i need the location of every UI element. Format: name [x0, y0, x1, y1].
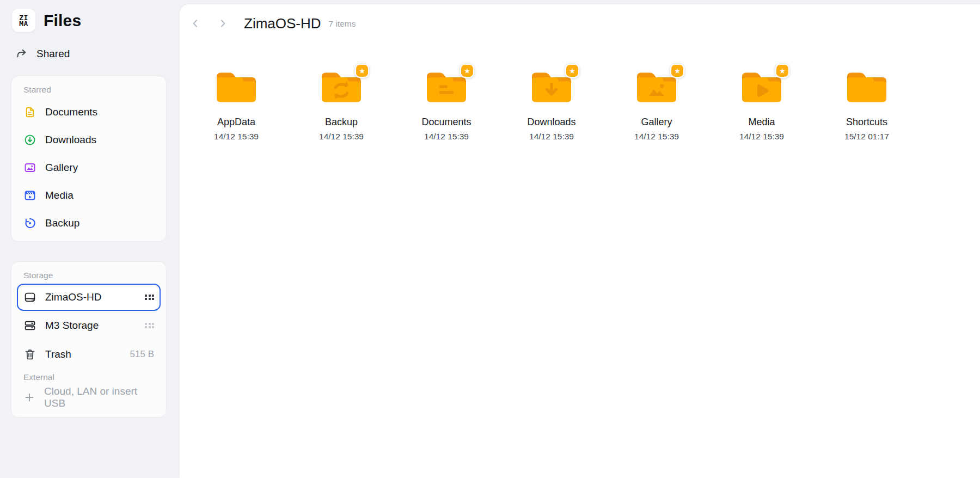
trash-label: Trash	[45, 348, 71, 360]
folder-date: 15/12 01:17	[844, 132, 889, 142]
folder-date: 14/12 15:39	[529, 132, 574, 142]
folder-date: 14/12 15:39	[634, 132, 679, 142]
apps-grid-icon[interactable]	[145, 323, 154, 329]
device-label: M3 Storage	[45, 320, 99, 332]
folder-tile-downloads[interactable]: ★ Downloads 14/12 15:39	[513, 70, 590, 142]
sidebar-item-documents[interactable]: Documents	[19, 98, 158, 126]
app-title: Files	[44, 11, 81, 30]
sidebar: ZI MA Files Shared Starred Documents Dow…	[0, 0, 180, 478]
sidebar-item-backup[interactable]: Backup	[19, 209, 158, 237]
add-external-button[interactable]: Cloud, LAN or insert USB	[19, 385, 158, 409]
download-circle-icon	[23, 133, 36, 146]
folder-name: Gallery	[641, 117, 672, 128]
gallery-icon	[23, 161, 36, 174]
folder-date: 14/12 15:39	[319, 132, 364, 142]
folder-icon-wrap	[845, 70, 889, 105]
folder-icon-wrap	[215, 70, 258, 105]
star-badge-icon: ★	[565, 64, 579, 78]
storage-section-label: Storage	[23, 271, 158, 280]
app-brand: ZI MA Files	[11, 9, 167, 32]
sidebar-item-label: Gallery	[45, 162, 78, 174]
chevron-left-icon	[189, 17, 201, 29]
sidebar-item-downloads[interactable]: Downloads	[19, 126, 158, 154]
forward-button[interactable]	[213, 14, 232, 33]
folder-name: Documents	[421, 117, 471, 128]
folder-grid: AppData 14/12 15:39 ★ Backup 14/12 15:39…	[198, 70, 980, 142]
folder-tile-documents[interactable]: ★ Documents 14/12 15:39	[408, 70, 485, 142]
storage-device-m3-storage[interactable]: M3 Storage	[17, 312, 161, 339]
sidebar-item-label: Media	[45, 189, 74, 201]
trash-icon	[23, 348, 36, 361]
starred-section-label: Starred	[23, 85, 158, 95]
star-badge-icon: ★	[775, 64, 789, 78]
folder-name: AppData	[217, 117, 255, 128]
folder-tile-shortcuts[interactable]: Shortcuts 15/12 01:17	[829, 70, 905, 142]
back-button[interactable]	[186, 14, 205, 33]
starred-list: Documents Downloads Gallery Media Backup	[19, 98, 158, 237]
zima-logo-icon: ZI MA	[12, 9, 35, 32]
sidebar-item-label: Backup	[45, 217, 79, 229]
starred-card: Starred Documents Downloads Gallery Medi…	[11, 76, 167, 242]
folder-icon	[215, 70, 258, 105]
device-list: ZimaOS-HD M3 Storage	[19, 284, 158, 339]
folder-icon-wrap: ★	[530, 70, 573, 105]
folder-icon-wrap: ★	[425, 70, 468, 105]
storage-card: Storage ZimaOS-HD M3 Storage Trash 515 B…	[11, 261, 167, 418]
folder-icon-wrap: ★	[740, 70, 783, 105]
folder-tile-gallery[interactable]: ★ Gallery 14/12 15:39	[618, 70, 695, 142]
external-section-label: External	[23, 372, 158, 382]
folder-date: 14/12 15:39	[214, 132, 259, 142]
folder-icon-wrap: ★	[320, 70, 363, 105]
trash-size: 515 B	[130, 349, 154, 360]
share-arrow-icon	[15, 47, 28, 60]
main-header: ZimaOS-HD 7 items	[180, 4, 980, 33]
plus-icon	[23, 391, 35, 403]
folder-date: 14/12 15:39	[424, 132, 469, 142]
hard-drive-icon	[23, 291, 36, 304]
backup-restore-icon	[23, 217, 36, 230]
star-badge-icon: ★	[670, 64, 684, 78]
apps-grid-icon[interactable]	[145, 295, 154, 301]
folder-icon	[845, 70, 889, 105]
items-count: 7 items	[329, 19, 356, 29]
folder-name: Shortcuts	[846, 117, 887, 128]
sidebar-item-gallery[interactable]: Gallery	[19, 154, 158, 181]
main-panel: ZimaOS-HD 7 items AppData 14/12 15:39 ★ …	[180, 4, 980, 478]
logo-line-2: MA	[19, 21, 28, 27]
star-badge-icon: ★	[355, 64, 369, 78]
storage-device-zimaos-hd[interactable]: ZimaOS-HD	[17, 284, 161, 311]
sidebar-item-trash[interactable]: Trash 515 B	[19, 340, 158, 368]
folder-tile-backup[interactable]: ★ Backup 14/12 15:39	[303, 70, 379, 142]
chevron-right-icon	[217, 17, 229, 29]
sidebar-item-shared[interactable]: Shared	[15, 44, 167, 64]
folder-icon-wrap: ★	[635, 70, 678, 105]
media-clapper-icon	[23, 189, 36, 202]
server-icon	[23, 319, 36, 332]
sidebar-item-media[interactable]: Media	[19, 181, 158, 209]
folder-tile-appdata[interactable]: AppData 14/12 15:39	[198, 70, 274, 142]
add-external-label: Cloud, LAN or insert USB	[44, 385, 154, 409]
page-title: ZimaOS-HD	[244, 14, 321, 33]
star-badge-icon: ★	[460, 64, 474, 78]
device-label: ZimaOS-HD	[45, 291, 101, 303]
shared-label: Shared	[36, 48, 70, 60]
sidebar-item-label: Documents	[45, 106, 97, 118]
sidebar-item-label: Downloads	[45, 134, 96, 146]
folder-tile-media[interactable]: ★ Media 14/12 15:39	[724, 70, 800, 142]
folder-name: Media	[748, 117, 775, 128]
document-icon	[23, 106, 36, 119]
folder-name: Downloads	[527, 117, 575, 128]
folder-date: 14/12 15:39	[739, 132, 784, 142]
folder-name: Backup	[325, 117, 358, 128]
